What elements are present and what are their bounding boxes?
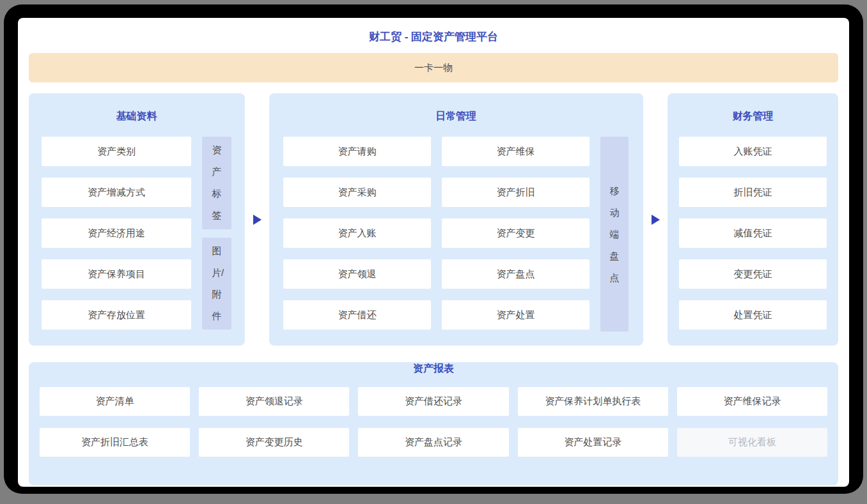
- voucher-box[interactable]: 减值凭证: [679, 218, 827, 248]
- section-finance-management-title: 财务管理: [679, 110, 827, 123]
- report-box[interactable]: 资产清单: [40, 387, 190, 416]
- section-basic-data-title: 基础资料: [42, 110, 231, 123]
- one-card-one-item-banner: 一卡一物: [29, 53, 838, 82]
- report-box[interactable]: 资产变更历史: [199, 428, 349, 457]
- finance-items-column: 入账凭证折旧凭证减值凭证变更凭证处置凭证: [679, 137, 827, 330]
- section-asset-reports: 资产报表 资产清单资产领退记录资产借还记录资产保养计划单执行表资产维保记录 资产…: [29, 362, 838, 485]
- module-box[interactable]: 资产入账: [283, 218, 431, 248]
- module-box[interactable]: 资产增减方式: [42, 178, 191, 207]
- module-box[interactable]: 资产处置: [442, 300, 590, 330]
- voucher-box[interactable]: 入账凭证: [679, 137, 827, 166]
- page-title: 财工贸 - 固定资产管理平台: [18, 18, 849, 43]
- module-box[interactable]: 资产维保: [442, 137, 590, 166]
- asset-label-side-tab: 资产标签: [202, 137, 231, 229]
- report-box[interactable]: 资产盘点记录: [358, 428, 508, 457]
- mobile-inventory-side-tab: 移动端盘点: [600, 137, 629, 332]
- image-attachment-side-tab-text: 图片/附件: [212, 240, 222, 327]
- report-box[interactable]: 资产领退记录: [199, 387, 349, 416]
- reports-grid-row-2: 资产折旧汇总表资产变更历史资产盘点记录资产处置记录可视化看板: [40, 428, 827, 457]
- asset-label-side-tab-text: 资产标签: [212, 139, 222, 226]
- voucher-box[interactable]: 折旧凭证: [679, 178, 827, 207]
- module-box[interactable]: 资产变更: [442, 218, 590, 248]
- section-daily-management-title: 日常管理: [283, 110, 629, 123]
- report-box[interactable]: 资产借还记录: [358, 387, 508, 416]
- right-arrow-icon: [652, 215, 660, 225]
- voucher-box[interactable]: 变更凭证: [679, 259, 827, 289]
- report-box[interactable]: 资产处置记录: [518, 428, 668, 457]
- mobile-inventory-side-tab-text: 移动端盘点: [609, 180, 620, 289]
- voucher-box[interactable]: 处置凭证: [679, 300, 827, 330]
- report-box: 可视化看板: [677, 428, 827, 457]
- section-daily-management-body: 资产请购资产采购资产入账资产领退资产借还 资产维保资产折旧资产变更资产盘点资产处…: [283, 137, 629, 332]
- basic-items-column: 资产类别资产增减方式资产经济用途资产保养项目资产存放位置: [42, 137, 191, 330]
- arrow-zone-left: [245, 93, 269, 346]
- module-box[interactable]: 资产采购: [283, 178, 431, 207]
- section-basic-data: 基础资料 资产类别资产增减方式资产经济用途资产保养项目资产存放位置 资产标签 图…: [29, 93, 245, 346]
- daily-items-column-1: 资产请购资产采购资产入账资产领退资产借还: [283, 137, 431, 332]
- report-box[interactable]: 资产折旧汇总表: [40, 428, 190, 457]
- report-box[interactable]: 资产保养计划单执行表: [518, 387, 668, 416]
- arrow-zone-right: [643, 93, 668, 346]
- basic-side-tabs: 资产标签 图片/附件: [202, 137, 231, 330]
- section-asset-reports-title: 资产报表: [40, 362, 827, 375]
- module-box[interactable]: 资产折旧: [442, 178, 590, 207]
- main-sections-row: 基础资料 资产类别资产增减方式资产经济用途资产保养项目资产存放位置 资产标签 图…: [29, 93, 838, 346]
- module-box[interactable]: 资产存放位置: [42, 300, 191, 330]
- daily-side-tab-column: 移动端盘点: [600, 137, 629, 332]
- reports-grid-row-1: 资产清单资产领退记录资产借还记录资产保养计划单执行表资产维保记录: [40, 387, 827, 416]
- module-box[interactable]: 资产保养项目: [42, 259, 191, 289]
- report-box[interactable]: 资产维保记录: [677, 387, 827, 416]
- module-box[interactable]: 资产借还: [283, 300, 431, 330]
- daily-items-column-2: 资产维保资产折旧资产变更资产盘点资产处置: [442, 137, 590, 332]
- image-attachment-side-tab: 图片/附件: [202, 238, 231, 330]
- platform-card: 财工贸 - 固定资产管理平台 一卡一物 基础资料 资产类别资产增减方式资产经济用…: [18, 18, 849, 487]
- section-basic-data-body: 资产类别资产增减方式资产经济用途资产保养项目资产存放位置 资产标签 图片/附件: [42, 137, 231, 330]
- module-box[interactable]: 资产类别: [42, 137, 191, 166]
- right-arrow-icon: [253, 215, 262, 225]
- section-finance-management: 财务管理 入账凭证折旧凭证减值凭证变更凭证处置凭证: [668, 93, 838, 346]
- module-box[interactable]: 资产盘点: [442, 259, 590, 289]
- section-daily-management: 日常管理 资产请购资产采购资产入账资产领退资产借还 资产维保资产折旧资产变更资产…: [269, 93, 643, 346]
- section-finance-management-body: 入账凭证折旧凭证减值凭证变更凭证处置凭证: [679, 137, 827, 330]
- module-box[interactable]: 资产领退: [283, 259, 431, 289]
- module-box[interactable]: 资产经济用途: [42, 218, 191, 248]
- module-box[interactable]: 资产请购: [283, 137, 431, 166]
